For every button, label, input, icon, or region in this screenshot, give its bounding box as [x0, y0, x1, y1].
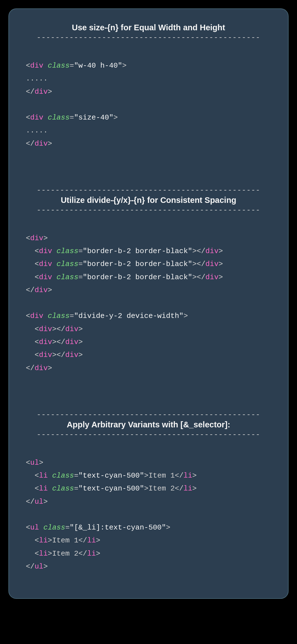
divider: ----------------------------------------…: [26, 187, 271, 194]
section-2: ----------------------------------------…: [26, 187, 271, 375]
divider: ----------------------------------------…: [26, 411, 271, 418]
code-block-3: <ul> <li class="text-cyan-500">Item 1</l…: [26, 456, 271, 573]
section-3-title: Apply Arbitrary Variants with [&_selecto…: [26, 420, 271, 429]
divider: ----------------------------------------…: [26, 207, 271, 214]
code-block-2: <div> <div class="border-b-2 border-blac…: [26, 232, 271, 375]
section-1: Use size-{n} for Equal Width and Height …: [26, 23, 271, 150]
divider: ----------------------------------------…: [26, 431, 271, 438]
card-container: Use size-{n} for Equal Width and Height …: [8, 8, 289, 599]
section-2-title: Utilize divide-{y/x}-{n} for Consistent …: [26, 196, 271, 205]
section-1-title: Use size-{n} for Equal Width and Height: [26, 23, 271, 32]
section-3: ----------------------------------------…: [26, 411, 271, 573]
code-block-1: <div class="w-40 h-40"> ..... </div> <di…: [26, 59, 271, 150]
divider: ----------------------------------------…: [26, 34, 271, 41]
